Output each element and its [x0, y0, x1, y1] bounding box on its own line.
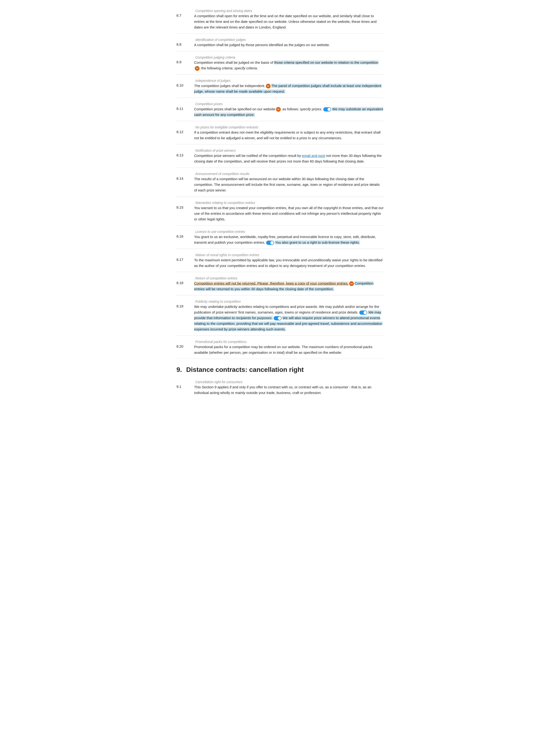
- chapter-title: Distance contracts: cancellation right: [186, 366, 303, 373]
- clause-row: 8.14The results of a competition will be…: [176, 176, 384, 197]
- highlighted-text: You also grant to us a right to sub-lice…: [275, 240, 360, 244]
- toggle-switch[interactable]: [323, 107, 331, 112]
- section-heading: Return of competition entries: [176, 276, 384, 280]
- clause-text: A competition shall open for entries at …: [194, 13, 384, 30]
- clause-text: We may undertake publicity activities re…: [194, 304, 384, 332]
- clause-row: 8.13Competition prize winners will be no…: [176, 153, 384, 168]
- section-heading: Waiver of moral rights in competition en…: [176, 253, 384, 257]
- section-heading: Licence to use competition entries: [176, 230, 384, 234]
- toggle-switch[interactable]: [274, 316, 282, 320]
- section-heading: Announcement of competition results: [176, 172, 384, 176]
- toggle-switch[interactable]: [266, 241, 274, 245]
- clause-text: Competition prizes shall be specified on…: [194, 106, 384, 118]
- clause-number: 8.12: [176, 130, 194, 134]
- section-heading: Competition judging criteria: [176, 55, 384, 59]
- highlighted-text: We may substitute an equivalent cash amo…: [194, 107, 383, 117]
- clause-text: A competition shall be judged by those p…: [194, 42, 384, 48]
- clause-row: 8.17To the maximum extent permitted by a…: [176, 257, 384, 272]
- clause-text: If a competition entrant does not meet t…: [194, 130, 384, 141]
- italic-text: specify prizes: [300, 107, 321, 111]
- chapter-number: 9.: [176, 366, 182, 373]
- section-heading: Publicity relating to competition: [176, 300, 384, 303]
- clause-number: 8.9: [176, 60, 194, 64]
- inline-link[interactable]: email and post: [302, 154, 325, 158]
- clause-row: 8.12If a competition entrant does not me…: [176, 130, 384, 144]
- highlighted-text: those criteria specified on our website …: [274, 60, 378, 64]
- or-badge: or: [276, 107, 281, 112]
- clause-number: 8.18: [176, 281, 194, 285]
- clause-number: 8.8: [176, 42, 194, 46]
- clause-row: 8.7A competition shall open for entries …: [176, 13, 384, 34]
- clause-number: 8.14: [176, 176, 194, 180]
- clause-text: The results of a competition will be ann…: [194, 176, 384, 193]
- clause-text: This Section 9 applies if and only if yo…: [194, 384, 384, 396]
- or-badge: or: [266, 84, 271, 89]
- or-badge: or: [349, 281, 354, 286]
- section-heading: Promotional packs for competitions: [176, 340, 384, 344]
- clause-row: 8.10The competition judges shall be inde…: [176, 83, 384, 98]
- highlighted-text-orange: Competition entries will not be returned…: [194, 281, 348, 285]
- clause-number: 8.13: [176, 153, 194, 157]
- clause-number: 8.20: [176, 344, 194, 348]
- clause-number: 8.7: [176, 13, 194, 17]
- clause-text: To the maximum extent permitted by appli…: [194, 257, 384, 269]
- clause-row: 8.19We may undertake publicity activitie…: [176, 304, 384, 336]
- toggle-switch[interactable]: [359, 310, 367, 315]
- clause-row: 8.20Promotional packs for a competition …: [176, 344, 384, 359]
- clause-row: 8.18Competition entries will not be retu…: [176, 281, 384, 295]
- clause-number: 8.17: [176, 257, 194, 262]
- clause-number: 8.10: [176, 83, 194, 87]
- chapter-heading: 9.Distance contracts: cancellation right: [176, 366, 384, 376]
- clause-row: 8.16You grant to us an exclusive, worldw…: [176, 234, 384, 249]
- section-heading: Cancellation right for consumers: [176, 380, 384, 384]
- highlighted-italic-text: recipients: [236, 316, 251, 320]
- highlighted-italic-text: purposes: [257, 316, 272, 320]
- clause-text: Promotional packs for a competition may …: [194, 344, 384, 355]
- section-heading: No prizes for ineligible competition ent…: [176, 125, 384, 129]
- clause-number: 8.16: [176, 234, 194, 238]
- clause-row: 9.1This Section 9 applies if and only if…: [176, 384, 384, 399]
- section-heading: Competition prizes: [176, 102, 384, 106]
- clause-row: 8.11Competition prizes shall be specifie…: [176, 106, 384, 121]
- clause-number: 8.15: [176, 205, 194, 209]
- clause-row: 8.15You warrant to us that you created y…: [176, 205, 384, 226]
- section-heading: Identification of competition judges: [176, 38, 384, 42]
- clause-number: 8.11: [176, 106, 194, 111]
- clause-text: Competition prize winners will be notifi…: [194, 153, 384, 164]
- clause-text: Competition entries shall be judged on t…: [194, 60, 384, 71]
- highlighted-text: for: [251, 316, 257, 320]
- section-heading: Competition opening and closing dates: [176, 9, 384, 13]
- section-heading: Notification of prize winners: [176, 149, 384, 152]
- clause-row: 8.9Competition entries shall be judged o…: [176, 60, 384, 75]
- clause-number: 8.19: [176, 304, 194, 308]
- clause-text: You grant to us an exclusive, worldwide,…: [194, 234, 384, 245]
- clause-text: You warrant to us that you created your …: [194, 205, 384, 222]
- section-heading: Warranties relating to competition entri…: [176, 201, 384, 204]
- italic-text: specify criteria: [234, 66, 257, 70]
- section-heading: Independence of judges: [176, 79, 384, 83]
- clause-text: Competition entries will not be returned…: [194, 281, 384, 292]
- clause-number: 9.1: [176, 384, 194, 389]
- clause-text: The competition judges shall be independ…: [194, 83, 384, 94]
- highlighted-text: The panel of competition judges shall in…: [194, 84, 382, 93]
- or-badge: or: [195, 66, 199, 71]
- highlighted-text: .: [272, 316, 272, 320]
- clause-row: 8.8A competition shall be judged by thos…: [176, 42, 384, 51]
